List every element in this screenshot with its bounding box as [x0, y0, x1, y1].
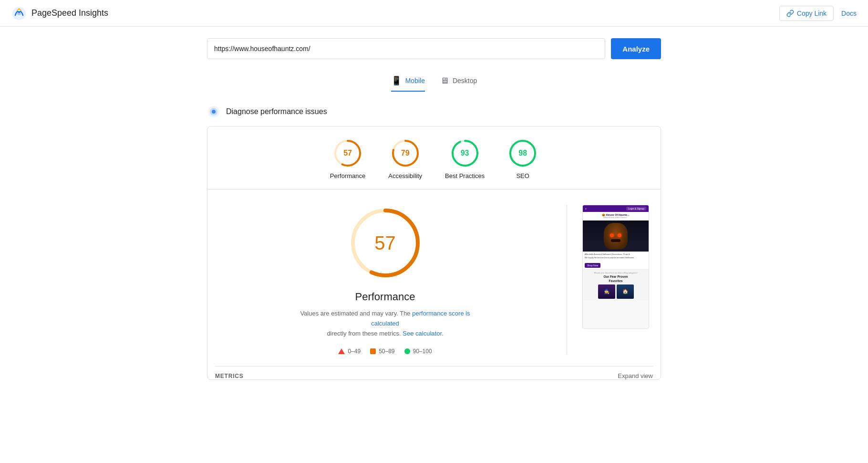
screenshot-featured: Elevate your haunt from our best selling…	[583, 269, 649, 300]
tab-mobile[interactable]: 📱 Mobile	[391, 71, 425, 92]
score-card: 57 Performance 79 Accessibility	[207, 126, 661, 380]
big-performance-score: 57	[374, 232, 396, 254]
url-input[interactable]	[207, 38, 605, 59]
best-practices-score: 93	[461, 149, 469, 158]
diagnose-title: Diagnose performance issues	[226, 107, 327, 116]
header-right: Copy Link Docs	[779, 6, 857, 21]
app-header: PageSpeed Insights Copy Link Docs	[0, 0, 868, 27]
detail-right: ≡ Login & Signup 🎃 House Of Hauntz... Wh…	[567, 205, 653, 355]
pagespeed-logo	[11, 6, 27, 21]
legend-item-low: 0–49	[338, 348, 361, 355]
square-icon	[370, 348, 376, 354]
legend-item-mid: 50–89	[370, 348, 394, 355]
screenshot-nav: ≡ Login & Signup	[583, 205, 649, 212]
diagnose-icon	[207, 105, 220, 118]
app-title: PageSpeed Insights	[31, 8, 108, 18]
seo-score: 98	[518, 149, 527, 158]
seo-circle: 98	[507, 138, 538, 168]
header-left: PageSpeed Insights	[11, 6, 108, 21]
svg-point-1	[17, 11, 21, 15]
performance-circle: 57	[332, 138, 363, 168]
legend-range-low: 0–49	[348, 348, 361, 355]
copy-link-button[interactable]: Copy Link	[779, 6, 834, 21]
big-performance-circle: 57	[347, 205, 424, 281]
performance-label: Performance	[330, 172, 365, 179]
accessibility-score: 79	[401, 149, 410, 158]
tab-desktop[interactable]: 🖥 Desktop	[440, 71, 477, 92]
detail-left: 57 Performance Values are estimated and …	[215, 205, 567, 355]
detail-section: 57 Performance Values are estimated and …	[215, 189, 653, 366]
analyze-button[interactable]: Analyze	[611, 38, 661, 59]
legend-range-high: 90–100	[413, 348, 432, 355]
tab-mobile-label: Mobile	[405, 77, 425, 84]
screenshot-content: Affordable Animated Halloween Decoration…	[583, 252, 649, 269]
tab-desktop-label: Desktop	[453, 77, 477, 84]
seo-label: SEO	[516, 172, 529, 179]
screenshot-hero	[583, 221, 649, 252]
accessibility-label: Accessibility	[388, 172, 422, 179]
scores-row: 57 Performance 79 Accessibility	[215, 138, 653, 179]
calculator-link[interactable]: See calculator	[403, 330, 442, 337]
triangle-icon	[338, 348, 345, 354]
main-content: Analyze 📱 Mobile 🖥 Desktop Diagnose perf…	[196, 27, 672, 391]
mobile-icon: 📱	[391, 75, 402, 86]
screenshot-logo: 🎃 House Of Hauntz... Where Every Scare C…	[583, 212, 649, 221]
metrics-bar: METRICS Expand view	[215, 366, 653, 379]
best-practices-circle: 93	[450, 138, 480, 168]
score-item-best-practices[interactable]: 93 Best Practices	[445, 138, 485, 179]
circle-icon	[404, 348, 410, 354]
legend-row: 0–49 50–89 90–100	[338, 348, 432, 355]
docs-link[interactable]: Docs	[841, 10, 857, 17]
tabs-row: 📱 Mobile 🖥 Desktop	[207, 71, 661, 92]
metrics-label: METRICS	[215, 373, 244, 379]
perf-section-title: Performance	[355, 291, 415, 303]
best-practices-label: Best Practices	[445, 172, 485, 179]
url-bar-row: Analyze	[207, 38, 661, 59]
expand-view-button[interactable]: Expand view	[618, 372, 653, 379]
diagnose-row: Diagnose performance issues	[207, 105, 661, 118]
score-item-seo[interactable]: 98 SEO	[507, 138, 538, 179]
legend-range-mid: 50–89	[379, 348, 394, 355]
desktop-icon: 🖥	[440, 76, 449, 86]
performance-score: 57	[343, 149, 352, 158]
legend-item-high: 90–100	[404, 348, 432, 355]
link-icon	[786, 10, 794, 17]
website-screenshot: ≡ Login & Signup 🎃 House Of Hauntz... Wh…	[582, 205, 649, 329]
accessibility-circle: 79	[390, 138, 421, 168]
svg-point-4	[212, 110, 216, 114]
score-item-performance[interactable]: 57 Performance	[330, 138, 365, 179]
perf-description: Values are estimated and may vary. The p…	[290, 309, 481, 338]
score-item-accessibility[interactable]: 79 Accessibility	[388, 138, 422, 179]
